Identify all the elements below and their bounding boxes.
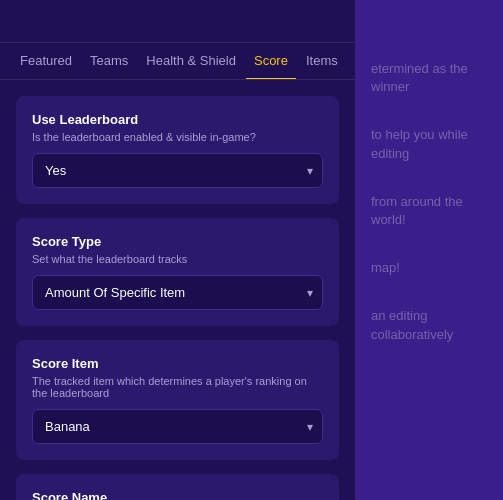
section-label-leaderboard: Use Leaderboard bbox=[32, 112, 323, 127]
right-text-0: etermined as the winner bbox=[371, 60, 487, 96]
section-label-score_name: Score Name bbox=[32, 490, 323, 500]
panel-header bbox=[0, 0, 355, 43]
select-score_type[interactable]: Amount Of Specific ItemScoreSurvival Tim… bbox=[32, 275, 323, 310]
tab-featured[interactable]: Featured bbox=[12, 43, 80, 80]
select-wrapper-leaderboard: YesNo▾ bbox=[32, 153, 323, 188]
tab-[interactable]: ... bbox=[348, 43, 355, 80]
select-wrapper-score_item: BananaAppleGold▾ bbox=[32, 409, 323, 444]
section-label-score_type: Score Type bbox=[32, 234, 323, 249]
tabs-bar: FeaturedTeamsHealth & ShieldScoreItems..… bbox=[0, 43, 355, 80]
panel-content: Use LeaderboardIs the leaderboard enable… bbox=[0, 80, 355, 500]
section-leaderboard: Use LeaderboardIs the leaderboard enable… bbox=[16, 96, 339, 204]
right-panel: etermined as the winnerto help you while… bbox=[355, 0, 503, 500]
right-text-3: map! bbox=[371, 259, 487, 277]
close-icon[interactable] bbox=[16, 14, 34, 32]
section-desc-score_item: The tracked item which determines a play… bbox=[32, 375, 323, 399]
right-text-4: an editing collaboratively bbox=[371, 307, 487, 343]
section-label-score_item: Score Item bbox=[32, 356, 323, 371]
select-leaderboard[interactable]: YesNo bbox=[32, 153, 323, 188]
section-score_name: Score Name bbox=[16, 474, 339, 500]
right-text-1: to help you while editing bbox=[371, 126, 487, 162]
section-desc-score_type: Set what the leaderboard tracks bbox=[32, 253, 323, 265]
select-score_item[interactable]: BananaAppleGold bbox=[32, 409, 323, 444]
select-wrapper-score_type: Amount Of Specific ItemScoreSurvival Tim… bbox=[32, 275, 323, 310]
right-text-2: from around the world! bbox=[371, 193, 487, 229]
tab-score[interactable]: Score bbox=[246, 43, 296, 80]
section-desc-leaderboard: Is the leaderboard enabled & visible in-… bbox=[32, 131, 323, 143]
tab-health--shield[interactable]: Health & Shield bbox=[138, 43, 244, 80]
section-score_type: Score TypeSet what the leaderboard track… bbox=[16, 218, 339, 326]
map-options-panel: FeaturedTeamsHealth & ShieldScoreItems..… bbox=[0, 0, 355, 500]
tab-teams[interactable]: Teams bbox=[82, 43, 136, 80]
tab-items[interactable]: Items bbox=[298, 43, 346, 80]
section-score_item: Score ItemThe tracked item which determi… bbox=[16, 340, 339, 460]
